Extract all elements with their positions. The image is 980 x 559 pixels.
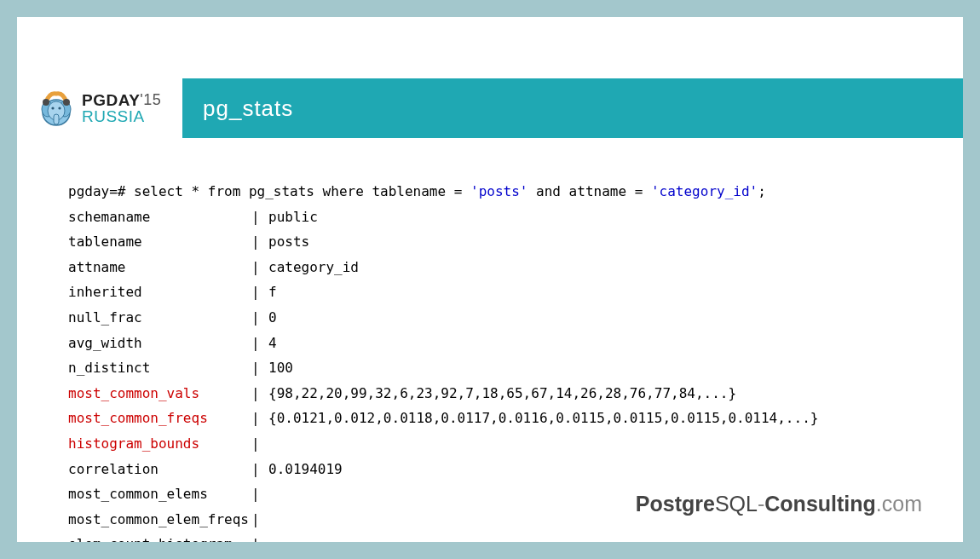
row-key: tablename (68, 229, 251, 255)
svg-point-7 (43, 99, 49, 106)
content: pgday=# select * from pg_stats where tab… (68, 179, 929, 542)
svg-point-6 (58, 107, 61, 109)
row-key: avg_width (68, 331, 251, 356)
brand-dot: . (876, 492, 882, 516)
row-val: posts (268, 229, 309, 255)
elephant-icon (37, 87, 75, 130)
row-key: elem_count_histogram (68, 532, 251, 542)
sql-lit2: 'category_id' (651, 183, 758, 199)
title-bar: pg_stats (182, 78, 963, 138)
prompt: pgday=# (68, 183, 134, 199)
row-key: histogram_bounds (68, 431, 251, 457)
row-val: f (268, 280, 277, 305)
row-key: n_distinct (68, 355, 251, 381)
row-sep: | (251, 280, 268, 305)
slide-title: pg_stats (203, 95, 293, 122)
result-row: avg_width|4 (68, 331, 929, 356)
result-row: n_distinct|100 (68, 355, 929, 381)
row-sep: | (251, 305, 268, 331)
row-key: most_common_vals (68, 381, 251, 406)
row-sep: | (251, 431, 268, 457)
result-row: inherited|f (68, 280, 929, 305)
row-sep: | (251, 355, 268, 381)
footer-brand: PostgreSQL-Consulting.com (636, 492, 922, 516)
row-val: category_id (268, 255, 359, 280)
logo-year: '15 (140, 91, 161, 108)
row-sep: | (251, 331, 268, 356)
row-key: inherited (68, 280, 251, 305)
row-val: {98,22,20,99,32,6,23,92,7,18,65,67,14,26… (268, 381, 736, 406)
row-key: most_common_freqs (68, 406, 251, 431)
brand-p1: Postgre (636, 492, 715, 516)
slide: PGDAY'15 RUSSIA pg_stats pgday=# select … (17, 17, 963, 542)
row-sep: | (251, 205, 268, 230)
sql-body2: and attname = (527, 183, 651, 199)
row-val: {0.0121,0.012,0.0118,0.0117,0.0116,0.011… (268, 406, 818, 431)
result-row: most_common_vals|{98,22,20,99,32,6,23,92… (68, 381, 929, 406)
row-val: 4 (268, 331, 277, 356)
row-sep: | (251, 255, 268, 280)
brand-p4: com (882, 492, 922, 516)
result-row: schemaname|public (68, 205, 929, 230)
row-val: public (268, 205, 318, 230)
row-sep: | (251, 532, 268, 542)
brand-p2: SQL (715, 492, 758, 516)
brand-p3: Consulting (764, 492, 876, 516)
result-row: null_frac|0 (68, 305, 929, 331)
svg-point-5 (51, 107, 54, 109)
sql-body1: select * from pg_stats where tablename = (134, 183, 470, 199)
sql-query: pgday=# select * from pg_stats where tab… (68, 179, 929, 205)
row-key: null_frac (68, 305, 251, 331)
row-val: 0.0194019 (268, 457, 343, 482)
row-sep: | (251, 406, 268, 431)
row-sep: | (251, 507, 268, 533)
svg-rect-4 (54, 114, 59, 124)
svg-point-8 (63, 99, 70, 106)
header: PGDAY'15 RUSSIA pg_stats (17, 78, 963, 138)
row-key: schemaname (68, 205, 251, 230)
result-row: tablename|posts (68, 229, 929, 255)
row-key: most_common_elem_freqs (68, 507, 251, 533)
row-val: 100 (268, 355, 293, 381)
result-row: most_common_freqs|{0.0121,0.012,0.0118,0… (68, 406, 929, 431)
row-sep: | (251, 229, 268, 255)
logo-area: PGDAY'15 RUSSIA (17, 78, 182, 138)
row-key: correlation (68, 457, 251, 482)
row-key: attname (68, 255, 251, 280)
result-row: elem_count_histogram| (68, 532, 929, 542)
result-row: histogram_bounds| (68, 431, 929, 457)
result-row: correlation|0.0194019 (68, 457, 929, 482)
result-row: attname|category_id (68, 255, 929, 280)
row-sep: | (251, 457, 268, 482)
logo-line1: PGDAY (82, 91, 140, 109)
row-sep: | (251, 381, 268, 406)
row-sep: | (251, 481, 268, 507)
logo-text: PGDAY'15 RUSSIA (82, 92, 161, 124)
row-key: most_common_elems (68, 481, 251, 507)
logo-line2: RUSSIA (82, 108, 161, 124)
sql-tail: ; (758, 183, 766, 199)
sql-lit1: 'posts' (470, 183, 527, 199)
row-val: 0 (268, 305, 277, 331)
